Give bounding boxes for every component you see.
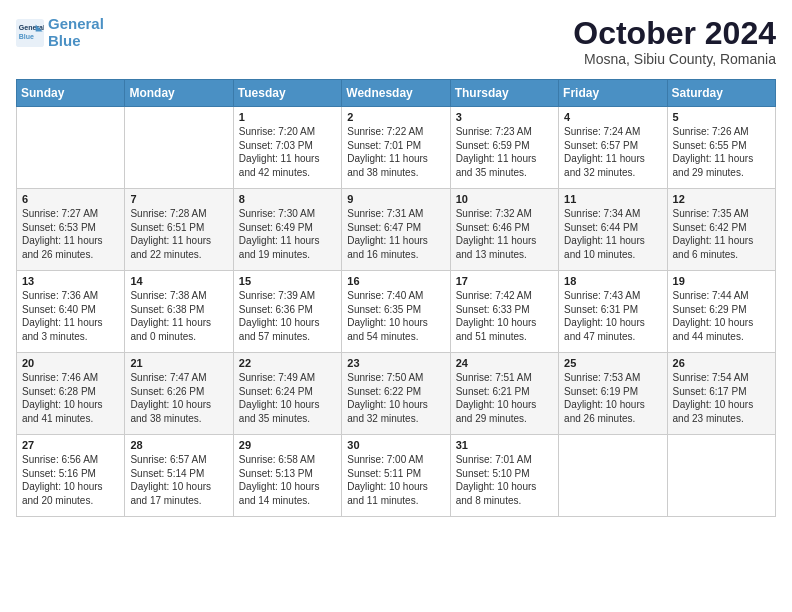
day-number: 2 (347, 111, 444, 123)
day-info: Sunrise: 7:28 AM Sunset: 6:51 PM Dayligh… (130, 207, 227, 261)
month-title: October 2024 (573, 16, 776, 51)
day-number: 16 (347, 275, 444, 287)
day-number: 24 (456, 357, 553, 369)
day-info: Sunrise: 7:01 AM Sunset: 5:10 PM Dayligh… (456, 453, 553, 507)
title-block: October 2024 Mosna, Sibiu County, Romani… (573, 16, 776, 67)
day-number: 27 (22, 439, 119, 451)
day-number: 9 (347, 193, 444, 205)
day-info: Sunrise: 7:44 AM Sunset: 6:29 PM Dayligh… (673, 289, 770, 343)
day-number: 18 (564, 275, 661, 287)
day-info: Sunrise: 7:20 AM Sunset: 7:03 PM Dayligh… (239, 125, 336, 179)
svg-text:Blue: Blue (19, 32, 34, 39)
day-info: Sunrise: 7:40 AM Sunset: 6:35 PM Dayligh… (347, 289, 444, 343)
calendar-cell: 13Sunrise: 7:36 AM Sunset: 6:40 PM Dayli… (17, 271, 125, 353)
day-header-tuesday: Tuesday (233, 80, 341, 107)
calendar-cell (559, 435, 667, 517)
day-number: 5 (673, 111, 770, 123)
calendar-cell: 7Sunrise: 7:28 AM Sunset: 6:51 PM Daylig… (125, 189, 233, 271)
day-info: Sunrise: 7:42 AM Sunset: 6:33 PM Dayligh… (456, 289, 553, 343)
calendar-cell (125, 107, 233, 189)
day-header-friday: Friday (559, 80, 667, 107)
day-number: 22 (239, 357, 336, 369)
location: Mosna, Sibiu County, Romania (573, 51, 776, 67)
calendar-cell: 26Sunrise: 7:54 AM Sunset: 6:17 PM Dayli… (667, 353, 775, 435)
calendar-cell: 21Sunrise: 7:47 AM Sunset: 6:26 PM Dayli… (125, 353, 233, 435)
calendar-cell: 17Sunrise: 7:42 AM Sunset: 6:33 PM Dayli… (450, 271, 558, 353)
logo: General Blue GeneralBlue (16, 16, 104, 49)
day-number: 14 (130, 275, 227, 287)
calendar-cell: 28Sunrise: 6:57 AM Sunset: 5:14 PM Dayli… (125, 435, 233, 517)
day-info: Sunrise: 7:34 AM Sunset: 6:44 PM Dayligh… (564, 207, 661, 261)
day-number: 8 (239, 193, 336, 205)
day-info: Sunrise: 7:43 AM Sunset: 6:31 PM Dayligh… (564, 289, 661, 343)
day-number: 11 (564, 193, 661, 205)
calendar-cell: 2Sunrise: 7:22 AM Sunset: 7:01 PM Daylig… (342, 107, 450, 189)
calendar-week-2: 6Sunrise: 7:27 AM Sunset: 6:53 PM Daylig… (17, 189, 776, 271)
day-info: Sunrise: 6:58 AM Sunset: 5:13 PM Dayligh… (239, 453, 336, 507)
calendar-body: 1Sunrise: 7:20 AM Sunset: 7:03 PM Daylig… (17, 107, 776, 517)
calendar-cell: 29Sunrise: 6:58 AM Sunset: 5:13 PM Dayli… (233, 435, 341, 517)
day-info: Sunrise: 7:50 AM Sunset: 6:22 PM Dayligh… (347, 371, 444, 425)
day-header-sunday: Sunday (17, 80, 125, 107)
calendar-cell: 14Sunrise: 7:38 AM Sunset: 6:38 PM Dayli… (125, 271, 233, 353)
calendar-cell: 16Sunrise: 7:40 AM Sunset: 6:35 PM Dayli… (342, 271, 450, 353)
calendar-cell (667, 435, 775, 517)
day-number: 1 (239, 111, 336, 123)
day-number: 23 (347, 357, 444, 369)
day-info: Sunrise: 7:38 AM Sunset: 6:38 PM Dayligh… (130, 289, 227, 343)
day-number: 3 (456, 111, 553, 123)
day-number: 12 (673, 193, 770, 205)
day-info: Sunrise: 7:53 AM Sunset: 6:19 PM Dayligh… (564, 371, 661, 425)
calendar-cell: 15Sunrise: 7:39 AM Sunset: 6:36 PM Dayli… (233, 271, 341, 353)
day-info: Sunrise: 7:23 AM Sunset: 6:59 PM Dayligh… (456, 125, 553, 179)
calendar-cell: 12Sunrise: 7:35 AM Sunset: 6:42 PM Dayli… (667, 189, 775, 271)
day-number: 13 (22, 275, 119, 287)
day-info: Sunrise: 6:56 AM Sunset: 5:16 PM Dayligh… (22, 453, 119, 507)
calendar-cell: 19Sunrise: 7:44 AM Sunset: 6:29 PM Dayli… (667, 271, 775, 353)
day-info: Sunrise: 7:35 AM Sunset: 6:42 PM Dayligh… (673, 207, 770, 261)
day-header-saturday: Saturday (667, 80, 775, 107)
day-info: Sunrise: 7:51 AM Sunset: 6:21 PM Dayligh… (456, 371, 553, 425)
day-info: Sunrise: 7:24 AM Sunset: 6:57 PM Dayligh… (564, 125, 661, 179)
day-number: 28 (130, 439, 227, 451)
day-number: 17 (456, 275, 553, 287)
day-number: 25 (564, 357, 661, 369)
day-number: 10 (456, 193, 553, 205)
day-info: Sunrise: 7:54 AM Sunset: 6:17 PM Dayligh… (673, 371, 770, 425)
day-info: Sunrise: 7:46 AM Sunset: 6:28 PM Dayligh… (22, 371, 119, 425)
calendar-cell: 31Sunrise: 7:01 AM Sunset: 5:10 PM Dayli… (450, 435, 558, 517)
day-number: 21 (130, 357, 227, 369)
calendar-cell: 4Sunrise: 7:24 AM Sunset: 6:57 PM Daylig… (559, 107, 667, 189)
calendar-cell: 9Sunrise: 7:31 AM Sunset: 6:47 PM Daylig… (342, 189, 450, 271)
calendar-header: SundayMondayTuesdayWednesdayThursdayFrid… (17, 80, 776, 107)
calendar-cell: 8Sunrise: 7:30 AM Sunset: 6:49 PM Daylig… (233, 189, 341, 271)
day-header-thursday: Thursday (450, 80, 558, 107)
logo-text: GeneralBlue (48, 16, 104, 49)
day-number: 19 (673, 275, 770, 287)
day-info: Sunrise: 7:32 AM Sunset: 6:46 PM Dayligh… (456, 207, 553, 261)
day-header-wednesday: Wednesday (342, 80, 450, 107)
day-number: 26 (673, 357, 770, 369)
day-number: 4 (564, 111, 661, 123)
day-number: 31 (456, 439, 553, 451)
calendar-cell: 30Sunrise: 7:00 AM Sunset: 5:11 PM Dayli… (342, 435, 450, 517)
calendar-cell: 25Sunrise: 7:53 AM Sunset: 6:19 PM Dayli… (559, 353, 667, 435)
day-info: Sunrise: 7:31 AM Sunset: 6:47 PM Dayligh… (347, 207, 444, 261)
day-info: Sunrise: 7:47 AM Sunset: 6:26 PM Dayligh… (130, 371, 227, 425)
day-number: 7 (130, 193, 227, 205)
calendar-cell: 10Sunrise: 7:32 AM Sunset: 6:46 PM Dayli… (450, 189, 558, 271)
calendar-week-5: 27Sunrise: 6:56 AM Sunset: 5:16 PM Dayli… (17, 435, 776, 517)
calendar-cell: 23Sunrise: 7:50 AM Sunset: 6:22 PM Dayli… (342, 353, 450, 435)
logo-icon: General Blue (16, 19, 44, 47)
day-info: Sunrise: 7:22 AM Sunset: 7:01 PM Dayligh… (347, 125, 444, 179)
calendar-cell (17, 107, 125, 189)
day-number: 29 (239, 439, 336, 451)
calendar-week-4: 20Sunrise: 7:46 AM Sunset: 6:28 PM Dayli… (17, 353, 776, 435)
calendar-cell: 1Sunrise: 7:20 AM Sunset: 7:03 PM Daylig… (233, 107, 341, 189)
calendar-cell: 3Sunrise: 7:23 AM Sunset: 6:59 PM Daylig… (450, 107, 558, 189)
calendar-cell: 6Sunrise: 7:27 AM Sunset: 6:53 PM Daylig… (17, 189, 125, 271)
calendar-cell: 18Sunrise: 7:43 AM Sunset: 6:31 PM Dayli… (559, 271, 667, 353)
calendar-week-1: 1Sunrise: 7:20 AM Sunset: 7:03 PM Daylig… (17, 107, 776, 189)
calendar-cell: 11Sunrise: 7:34 AM Sunset: 6:44 PM Dayli… (559, 189, 667, 271)
day-info: Sunrise: 7:36 AM Sunset: 6:40 PM Dayligh… (22, 289, 119, 343)
